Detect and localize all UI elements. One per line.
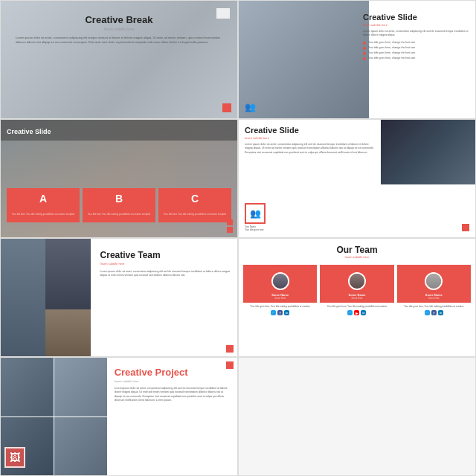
- slide-3-box-a: A Your title here Your title making poss…: [7, 188, 80, 222]
- card-2-bg: Some Name Some Role: [320, 265, 393, 303]
- slide-4-red-accent: [462, 224, 469, 231]
- slide-2-bullet-4: Your title goes here, change the font si…: [363, 57, 469, 60]
- slide-2-bullet-1: Your title goes here, change the font si…: [363, 41, 469, 45]
- photo-grid-1: [1, 358, 54, 416]
- bullet-text: Your title goes here, change the font si…: [368, 51, 415, 55]
- slide-our-team: Our Team Insert subtitle here Some Name …: [238, 238, 476, 357]
- slide-4-photo: [381, 120, 475, 184]
- slide-1-red-square: [222, 103, 231, 112]
- member-1-role: Some Role: [246, 297, 314, 300]
- photo-short-1: [45, 239, 90, 309]
- bullet-text: Your title goes here, change the font si…: [368, 41, 415, 45]
- box-text-c: Your title here Your title making possib…: [164, 213, 226, 216]
- box-letter-a: A: [10, 193, 77, 205]
- slide-3-top-bar: Creative Slide: [1, 120, 237, 141]
- slide-7-title: Creative Project: [115, 367, 231, 378]
- twitter-icon: 🐦: [271, 310, 276, 315]
- slide-5-body: Lorem ipsum dolor sit amet, consectetur …: [100, 270, 231, 278]
- twitter-icon: 🐦: [347, 310, 353, 315]
- member-3-role: Some Role: [400, 297, 468, 300]
- slide-1-title: Creative Break: [16, 14, 222, 25]
- slide-3-box-b: B Your title here Your title making poss…: [83, 188, 155, 222]
- card-1-bg: Some Name Some Role: [243, 265, 317, 303]
- slide-6-title: Our Team: [246, 245, 468, 255]
- facebook-icon: f: [431, 310, 437, 315]
- member-2-desc: Your title goes here, Your title making …: [320, 305, 393, 308]
- slide-4-icon-label: Your NameYour title goes here: [245, 225, 266, 231]
- slide-4-icon-box: 👥 Your NameYour title goes here: [245, 203, 266, 231]
- bullet-dot: [363, 47, 366, 50]
- photo-grid-4: [54, 417, 107, 476]
- person-group-icon: 👥: [245, 102, 256, 112]
- bullet-dot: [363, 52, 366, 55]
- slide-2-photo: [239, 1, 369, 118]
- slide-4-body: Lorem ipsum dolor sit amet, consectetur …: [245, 143, 377, 155]
- slide-4-title: Creative Slide: [245, 126, 377, 135]
- linkedin-icon: in: [284, 310, 289, 315]
- box-text-a: Your title here Your title making possib…: [12, 213, 74, 216]
- slide-4-subtitle: Insert subtitle here: [245, 136, 377, 140]
- slide-3-title: Creative Slide: [7, 128, 51, 135]
- slide-5-photos: [1, 239, 91, 356]
- person-group-icon: 👥: [250, 208, 261, 219]
- slide-5-content: Creative Team Insert subtitle here Lorem…: [100, 250, 231, 278]
- avatar-2: [348, 272, 366, 290]
- slide-1-body: Lorem ipsum dolor sit amet, consectetur …: [16, 36, 222, 45]
- slide-1-content: Creative Break Insert subtitle here Lore…: [1, 1, 237, 52]
- bullet-dot: [363, 57, 366, 60]
- photo-short-2: [45, 309, 90, 356]
- slide-7-icon-overlay: 🖼: [4, 447, 25, 468]
- bullet-text: Your title goes here, change the font si…: [368, 57, 415, 60]
- member-3-desc: Your title goes here, Your title making …: [397, 305, 471, 308]
- slide-5-title: Creative Team: [100, 250, 231, 260]
- image-icon: 🖼: [10, 451, 20, 463]
- slide-6-subtitle: Insert subtitle here: [246, 255, 468, 259]
- slide-2-bullet-3: Your title goes here, change the font si…: [363, 51, 469, 55]
- slide-creative-team: Creative Team Insert subtitle here Lorem…: [0, 238, 238, 357]
- team-card-2: Some Name Some Role Your title goes here…: [320, 265, 393, 315]
- avatar-1-inner: [273, 274, 288, 289]
- member-2-socials: 🐦 ▶ in: [320, 310, 393, 315]
- slide-1-subtitle: Insert subtitle here: [16, 27, 222, 31]
- slide-5-subtitle: Insert subtitle here: [100, 262, 231, 266]
- slide-4-content: Creative Slide Insert subtitle here Lore…: [245, 126, 377, 155]
- member-2-role: Some Role: [323, 297, 390, 300]
- avatar-3-inner: [426, 274, 441, 289]
- slide-2-icon-area: 👥: [245, 102, 256, 112]
- photo-columns: [1, 239, 91, 356]
- team-icon-square: 👥: [245, 203, 266, 224]
- red-accent-1: [227, 227, 233, 233]
- facebook-icon: f: [277, 310, 283, 315]
- avatar-2-inner: [350, 274, 364, 289]
- team-card-1: Some Name Some Role Your title goes here…: [243, 265, 317, 315]
- avatar-1: [271, 272, 289, 290]
- box-text-b: Your title here Your title making possib…: [88, 213, 150, 216]
- card-3-bg: Some Name Some Role: [397, 265, 471, 303]
- slide-7-subtitle: Insert subtitle here: [115, 379, 231, 383]
- member-1-socials: 🐦 f in: [243, 310, 317, 315]
- bullet-text: Your title goes here, change the font si…: [368, 46, 415, 50]
- slide-placeholder: [238, 357, 476, 476]
- member-3-socials: 🐦 f in: [397, 310, 471, 315]
- bullet-dot: [363, 42, 366, 45]
- slide-5-red-accent: [226, 345, 234, 353]
- photo-tall: [1, 239, 45, 356]
- slide-creative-break: Creative Break Insert subtitle here Lore…: [0, 0, 238, 119]
- twitter-icon: 🐦: [425, 310, 430, 315]
- member-1-desc: Your title goes here, Your title making …: [243, 305, 317, 308]
- slide-3-box-c: C Your title here Your title making poss…: [158, 188, 231, 222]
- linkedin-icon: in: [361, 310, 366, 315]
- linkedin-icon: in: [438, 310, 443, 315]
- slide-2-title: Creative Slide: [363, 13, 469, 22]
- slide-2-body: Lorem ipsum dolor sit amet, consectetur …: [363, 30, 469, 38]
- slide-2-subtitle: Insert subtitle here: [363, 23, 469, 27]
- red-accent-2: [227, 219, 233, 225]
- youtube-icon: ▶: [354, 310, 359, 315]
- slide-7-body: Lorem ipsum dolor sit amet, consectetur …: [115, 387, 231, 402]
- photo-grid-2: [54, 358, 107, 416]
- box-letter-b: B: [86, 193, 152, 205]
- slide-creative-project: 🖼 Creative Project Insert subtitle here …: [0, 357, 238, 476]
- team-card-3: Some Name Some Role Your title goes here…: [397, 265, 471, 315]
- slide-6-header: Our Team Insert subtitle here: [239, 239, 475, 262]
- avatar-3: [425, 272, 443, 290]
